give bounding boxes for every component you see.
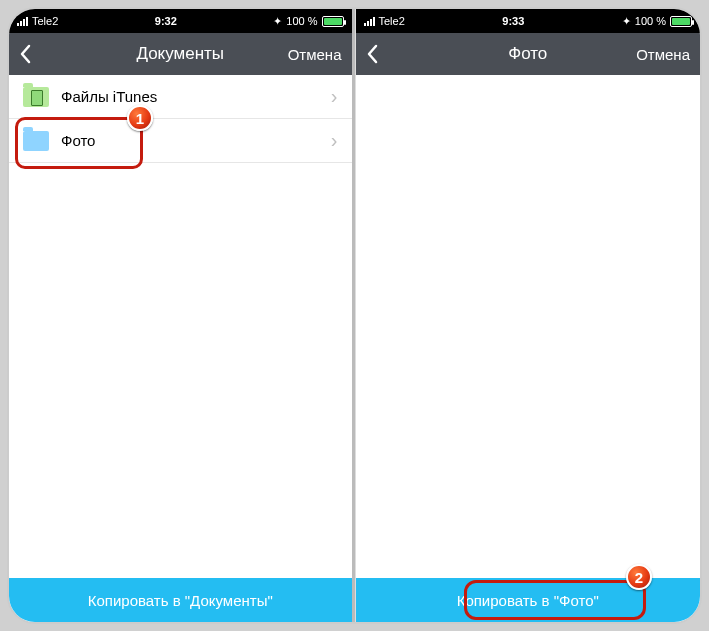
battery-icon [670, 16, 692, 27]
status-right: ✦ 100 % [273, 15, 343, 28]
list-item-label: Файлы iTunes [61, 88, 331, 105]
dual-screenshot-frame: Tele2 9:32 ✦ 100 % Документы Отмена Файл… [7, 7, 702, 624]
list-item[interactable]: Фото › [9, 119, 352, 163]
screen-photo: Tele2 9:33 ✦ 100 % Фото Отмена Копироват… [355, 9, 701, 622]
status-bar: Tele2 9:33 ✦ 100 % [356, 9, 701, 33]
cancel-button[interactable]: Отмена [636, 46, 690, 63]
status-left: Tele2 [17, 15, 58, 27]
status-left: Tele2 [364, 15, 405, 27]
battery-percent: 100 % [286, 15, 317, 27]
copy-to-documents-button[interactable]: Копировать в "Документы" [9, 578, 352, 622]
folder-icon [23, 128, 49, 154]
battery-percent: 100 % [635, 15, 666, 27]
bluetooth-icon: ✦ [273, 15, 282, 28]
bluetooth-icon: ✦ [622, 15, 631, 28]
folder-list: Файлы iTunes › Фото › [9, 75, 352, 163]
chevron-left-icon [366, 44, 378, 64]
chevron-right-icon: › [331, 129, 338, 152]
list-item-label: Фото [61, 132, 331, 149]
navbar: Фото Отмена [356, 33, 701, 75]
clock: 9:33 [405, 15, 622, 27]
chevron-left-icon [19, 44, 31, 64]
cancel-button[interactable]: Отмена [288, 46, 342, 63]
chevron-right-icon: › [331, 85, 338, 108]
navbar: Документы Отмена [9, 33, 352, 75]
status-right: ✦ 100 % [622, 15, 692, 28]
carrier-label: Tele2 [32, 15, 58, 27]
list-item[interactable]: Файлы iTunes › [9, 75, 352, 119]
empty-area [356, 75, 701, 578]
status-bar: Tele2 9:32 ✦ 100 % [9, 9, 352, 33]
clock: 9:32 [58, 15, 273, 27]
screen-documents: Tele2 9:32 ✦ 100 % Документы Отмена Файл… [9, 9, 355, 622]
folder-money-icon [23, 84, 49, 110]
signal-icon [364, 17, 375, 26]
back-button[interactable] [366, 44, 386, 64]
back-button[interactable] [19, 44, 39, 64]
carrier-label: Tele2 [379, 15, 405, 27]
copy-to-photo-button[interactable]: Копировать в "Фото" [356, 578, 701, 622]
battery-icon [322, 16, 344, 27]
empty-area [9, 163, 352, 578]
signal-icon [17, 17, 28, 26]
